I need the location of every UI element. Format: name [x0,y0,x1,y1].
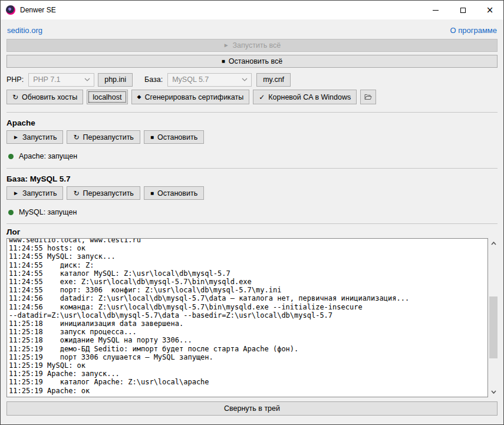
start-all-button[interactable]: ► Запустить всё [6,39,498,52]
mysql-restart-label: Перезапустить [83,189,134,197]
app-window: Denwer SE × seditio.org О программе ► За… [0,0,504,425]
apache-section-title: Apache [6,118,498,127]
section-divider [6,112,498,113]
apache-restart-button[interactable]: ↻ Перезапустить [67,130,140,144]
apache-stop-label: Остановить [157,133,197,141]
log-section-title: Лог [6,228,498,236]
play-icon: ► [13,190,19,196]
refresh-hosts-button[interactable]: ↻ Обновить хосты [6,90,83,104]
folder-icon [364,94,372,100]
minimize-button[interactable] [422,1,449,19]
main-content: seditio.org О программе ► Запустить всё … [1,19,503,424]
window-title: Denwer SE [20,6,422,14]
generate-certificates-label: Сгенерировать сертификаты [144,93,243,101]
apache-start-button[interactable]: ► Запустить [6,130,63,144]
chevron-up-icon [491,242,496,245]
close-icon: × [486,6,494,15]
close-button[interactable]: × [476,1,503,19]
php-version-value: PHP 7.1 [33,75,60,84]
stop-all-button[interactable]: ■ Остановить всё [6,55,498,68]
section-divider [6,223,498,224]
titlebar: Denwer SE × [1,1,503,19]
log-text: www.seditio.local, www.test1.ru 11:24:55… [9,238,486,395]
refresh-icon: ↻ [73,190,79,197]
chevron-down-icon [491,390,496,394]
about-link[interactable]: О программе [450,26,497,35]
mysql-start-label: Запустить [22,189,57,197]
mysql-start-button[interactable]: ► Запустить [6,186,63,200]
scrollbar-thumb[interactable] [489,296,498,358]
mysql-buttons: ► Запустить ↻ Перезапустить ■ Остановить [6,186,498,200]
apache-status: Apache: запущен [6,152,498,160]
refresh-hosts-label: Обновить хосты [22,93,77,101]
apache-restart-label: Перезапустить [83,133,134,141]
hosts-row: ↻ Обновить хосты localhost ◆ Сгенерирова… [6,90,498,104]
apache-buttons: ► Запустить ↻ Перезапустить ■ Остановить [6,130,498,144]
maximize-icon [460,8,466,13]
stop-icon: ■ [150,134,154,140]
apache-status-text: Apache: запущен [19,152,77,160]
php-version-select[interactable]: PHP 7.1 [28,73,94,87]
certificate-icon: ◆ [137,94,141,100]
apache-start-label: Запустить [22,133,57,141]
db-label: База: [144,75,163,84]
stop-all-label: Остановить всё [229,57,282,65]
php-label: PHP: [6,75,24,84]
play-icon: ► [223,42,229,48]
start-all-label: Запустить всё [233,41,281,50]
log-view[interactable]: www.seditio.local, www.test1.ru 11:24:55… [6,238,488,397]
open-folder-button[interactable] [360,90,376,104]
config-row: PHP: PHP 7.1 php.ini База: MySQL 5.7 my.… [6,72,498,87]
mysql-status: MySQL: запущен [6,208,498,216]
mysql-stop-label: Остановить [157,189,197,197]
refresh-icon: ↻ [12,94,18,101]
status-dot-running [8,210,14,215]
db-version-select[interactable]: MySQL 5.7 [167,73,252,87]
mysql-stop-button[interactable]: ■ Остановить [144,186,204,200]
status-dot-running [8,154,14,159]
minimize-to-tray-button[interactable]: Свернуть в трей [6,401,498,416]
scroll-up-button[interactable] [489,239,498,248]
generate-certificates-button[interactable]: ◆ Сгенерировать сертификаты [131,90,250,104]
stop-icon: ■ [150,190,154,196]
mysql-status-text: MySQL: запущен [19,208,77,216]
stop-icon: ■ [222,58,225,64]
scroll-down-button[interactable] [489,387,498,397]
log-area: www.seditio.local, www.test1.ru 11:24:55… [6,238,498,397]
localhost-button[interactable]: localhost [87,90,127,104]
window-controls: × [422,1,503,19]
seditio-org-link[interactable]: seditio.org [7,26,42,35]
localhost-label: localhost [93,93,121,101]
play-icon: ► [13,134,19,140]
chevron-down-icon [84,78,90,81]
minimize-icon [433,10,439,11]
my-cnf-label: my.cnf [263,75,284,84]
denwer-logo-icon [6,5,15,15]
maximize-button[interactable] [449,1,476,19]
root-ca-label: Корневой CA в Windows [268,93,351,101]
db-version-value: MySQL 5.7 [172,75,209,84]
mysql-section-title: База: MySQL 5.7 [6,174,498,183]
mysql-restart-button[interactable]: ↻ Перезапустить [67,186,140,200]
php-ini-button[interactable]: php.ini [98,73,133,87]
my-cnf-button[interactable]: my.cnf [256,73,291,87]
minimize-to-tray-label: Свернуть в трей [224,404,280,413]
chevron-down-icon [242,78,248,81]
root-ca-button[interactable]: ✓ Корневой CA в Windows [253,90,357,104]
check-icon: ✓ [259,94,265,101]
log-scrollbar[interactable] [489,239,498,397]
refresh-icon: ↻ [73,134,79,141]
section-divider [6,168,498,169]
apache-stop-button[interactable]: ■ Остановить [144,130,204,144]
links-row: seditio.org О программе [6,24,498,39]
php-ini-label: php.ini [104,75,126,84]
